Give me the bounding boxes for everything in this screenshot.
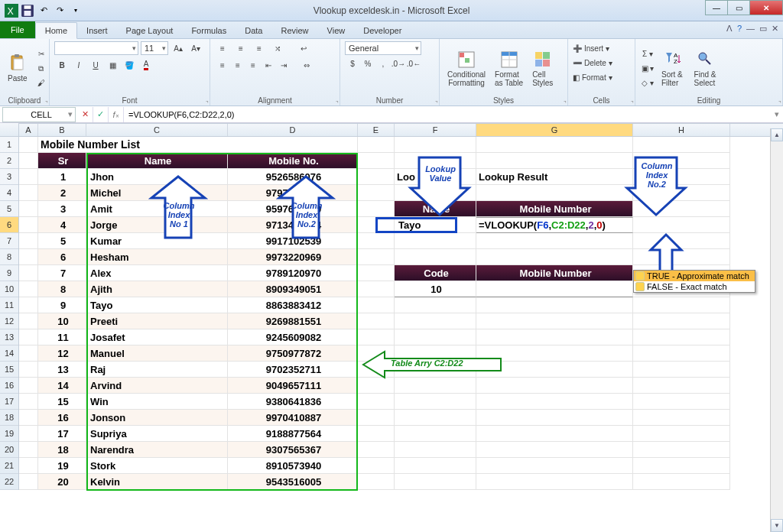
accounting-format-icon[interactable]: $ [345, 57, 360, 70]
cell[interactable] [395, 313, 476, 329]
cell[interactable] [358, 233, 395, 249]
cell[interactable] [358, 426, 395, 442]
cell[interactable] [395, 378, 476, 394]
cell-G10[interactable] [476, 281, 633, 297]
row-header-1[interactable]: 1 [0, 137, 18, 153]
cell[interactable] [358, 345, 395, 362]
mobile-5[interactable]: 9917102539 [228, 233, 358, 249]
tab-view[interactable]: View [318, 23, 355, 38]
cell[interactable] [476, 426, 633, 442]
cell[interactable] [633, 329, 730, 345]
cell[interactable] [358, 297, 395, 313]
cell[interactable] [476, 233, 633, 249]
sr-5[interactable]: 5 [38, 233, 86, 249]
sr-10[interactable]: 10 [38, 313, 86, 329]
cell[interactable] [633, 201, 730, 217]
percent-format-icon[interactable]: % [360, 57, 375, 70]
mobile-16[interactable]: 9970410887 [228, 410, 358, 426]
cell[interactable] [358, 153, 395, 169]
mobile-20[interactable]: 9543516005 [228, 474, 358, 490]
cell[interactable] [476, 313, 633, 329]
cell[interactable] [476, 137, 633, 153]
column-headers[interactable]: ABCDEFGH [19, 123, 783, 137]
tab-page-layout[interactable]: Page Layout [117, 23, 183, 38]
cell[interactable] [19, 362, 38, 378]
cell[interactable] [633, 426, 730, 442]
wrap-text-icon[interactable]: ↩ [288, 41, 319, 55]
fx-icon[interactable]: fₓ [109, 107, 124, 122]
sr-8[interactable]: 8 [38, 281, 86, 297]
hdr-name[interactable]: Name [86, 153, 228, 169]
cell[interactable] [633, 137, 730, 153]
border-button[interactable]: ▦ [105, 58, 120, 72]
cell[interactable] [19, 329, 38, 345]
cancel-formula-icon[interactable]: ✕ [78, 107, 93, 122]
format-cells-button[interactable]: ◧ Format ▾ [573, 70, 612, 84]
name-20[interactable]: Kelvin [86, 474, 228, 490]
bold-button[interactable]: B [54, 58, 70, 72]
redo-icon[interactable]: ↷ [53, 4, 67, 18]
row-header-4[interactable]: 4 [0, 185, 18, 201]
select-all-corner[interactable] [0, 123, 19, 137]
font-size-combo[interactable]: 11 [141, 41, 168, 55]
orientation-icon[interactable]: ⤭ [270, 41, 285, 55]
restore-button[interactable]: ▭ [727, 0, 750, 15]
mobile-9[interactable]: 8863883412 [228, 297, 358, 313]
cell[interactable] [395, 458, 476, 474]
cell[interactable] [358, 217, 395, 233]
comma-format-icon[interactable]: , [375, 57, 391, 70]
cell[interactable] [19, 313, 38, 329]
enter-formula-icon[interactable]: ✓ [93, 107, 109, 122]
row-header-14[interactable]: 14 [0, 345, 18, 362]
column-header-C[interactable]: C [86, 124, 228, 136]
cell[interactable] [19, 201, 38, 217]
cell-styles-button[interactable]: Cell Styles [529, 49, 556, 89]
name-5[interactable]: Kumar [86, 233, 228, 249]
scroll-down-button[interactable]: ▼ [771, 519, 783, 532]
sr-15[interactable]: 15 [38, 394, 86, 410]
sr-7[interactable]: 7 [38, 265, 86, 281]
mobile-12[interactable]: 9750977872 [228, 345, 358, 362]
name-15[interactable]: Win [86, 394, 228, 410]
mobile-17[interactable]: 9188877564 [228, 426, 358, 442]
sr-16[interactable]: 16 [38, 410, 86, 426]
cell[interactable] [358, 458, 395, 474]
mobile-19[interactable]: 8910573940 [228, 458, 358, 474]
cell[interactable] [358, 281, 395, 297]
row-header-18[interactable]: 18 [0, 410, 18, 426]
column-header-E[interactable]: E [358, 124, 395, 136]
sr-6[interactable]: 6 [38, 249, 86, 265]
font-color-button[interactable]: A [138, 58, 154, 72]
delete-cells-button[interactable]: ➖ Delete ▾ [573, 56, 612, 70]
tab-data[interactable]: Data [236, 23, 271, 38]
cell[interactable] [358, 137, 395, 153]
name-13[interactable]: Raj [86, 362, 228, 378]
cell[interactable] [633, 378, 730, 394]
cell[interactable] [476, 185, 633, 201]
sr-9[interactable]: 9 [38, 297, 86, 313]
cell[interactable] [633, 297, 730, 313]
cell[interactable] [633, 345, 730, 362]
row-header-22[interactable]: 22 [0, 474, 18, 490]
cell[interactable] [395, 329, 476, 345]
sheet-min-icon[interactable]: — [746, 24, 755, 34]
intellisense-popup[interactable]: TRUE - Approximate match FALSE - Exact m… [633, 270, 755, 293]
find-select-button[interactable]: Find & Select [691, 49, 722, 89]
cell[interactable] [395, 394, 476, 410]
conditional-formatting-button[interactable]: Conditional Formatting [444, 49, 489, 89]
cell[interactable] [358, 474, 395, 490]
cell[interactable] [476, 474, 633, 490]
row-header-17[interactable]: 17 [0, 394, 18, 410]
insert-cells-button[interactable]: ➕ Insert ▾ [573, 41, 609, 55]
row-header-12[interactable]: 12 [0, 313, 18, 329]
cell[interactable] [476, 362, 633, 378]
cell[interactable] [633, 458, 730, 474]
right-mobile-hdr[interactable]: Mobile Number [476, 201, 633, 217]
italic-button[interactable]: I [71, 58, 86, 72]
cell[interactable] [19, 474, 38, 490]
cell[interactable] [476, 410, 633, 426]
format-painter-icon[interactable]: 🖌 [34, 76, 49, 90]
cell[interactable] [19, 345, 38, 362]
excel-icon[interactable]: X [5, 4, 18, 18]
cell[interactable] [19, 217, 38, 233]
